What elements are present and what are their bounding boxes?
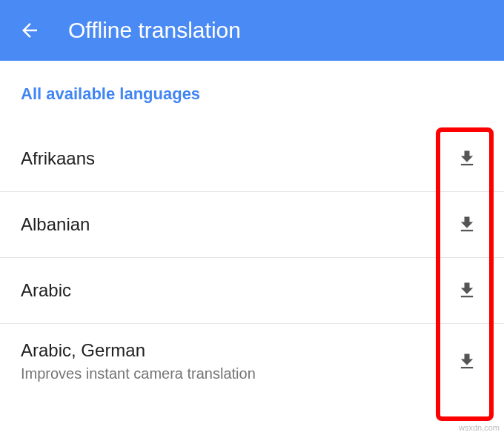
list-item[interactable]: Albanian [0,192,504,258]
section-header: All available languages [0,82,504,126]
language-subtitle: Improves instant camera translation [21,365,256,382]
list-item[interactable]: Arabic [0,258,504,324]
content: All available languages Afrikaans Albani… [0,61,504,399]
download-icon [457,280,477,301]
list-item[interactable]: Arabic, German Improves instant camera t… [0,324,504,399]
download-icon [457,351,477,372]
list-item[interactable]: Afrikaans [0,126,504,192]
language-list: Afrikaans Albanian Arabic [0,126,504,399]
download-button[interactable] [451,345,483,378]
download-button[interactable] [451,142,483,175]
arrow-back-icon [19,19,41,41]
language-text: Arabic [21,280,71,301]
language-text: Albanian [21,214,90,235]
watermark: wsxdn.com [459,423,500,432]
language-text: Afrikaans [21,148,95,169]
language-name: Arabic, German [21,340,256,361]
language-text: Arabic, German Improves instant camera t… [21,340,256,382]
language-name: Albanian [21,214,90,235]
download-button[interactable] [451,274,483,307]
back-button[interactable] [15,16,44,45]
app-bar: Offline translation [0,0,504,61]
page-title: Offline translation [68,18,241,43]
download-icon [457,148,477,169]
language-name: Arabic [21,280,71,301]
language-name: Afrikaans [21,148,95,169]
download-button[interactable] [451,208,483,241]
download-icon [457,214,477,235]
